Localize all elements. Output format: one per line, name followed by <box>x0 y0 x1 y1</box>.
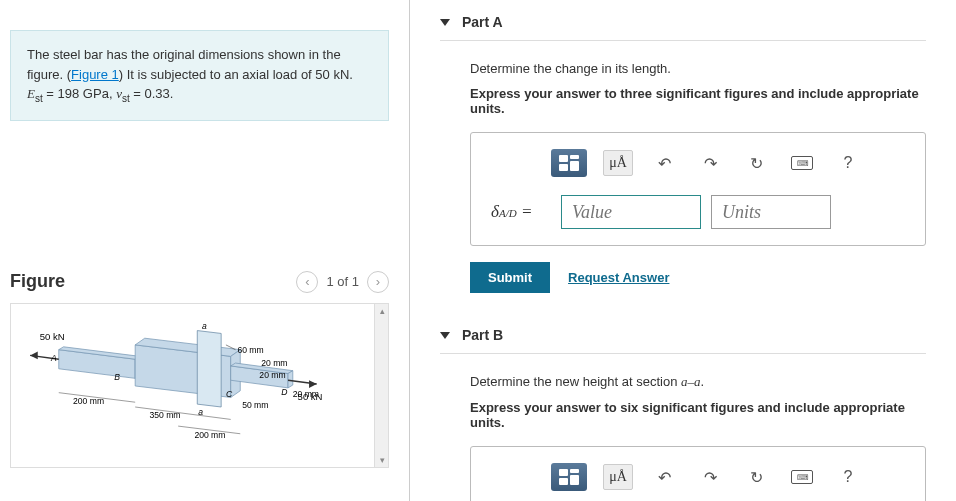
part-a-submit-row: Submit Request Answer <box>470 262 926 293</box>
figure-header: Figure ‹ 1 of 1 › <box>10 271 389 293</box>
fig-dim-50: 50 mm <box>242 400 268 410</box>
part-a-header[interactable]: Part A <box>440 0 926 41</box>
svg-rect-25 <box>559 478 568 485</box>
load-value: 50 kN. <box>315 67 353 82</box>
redo-button[interactable]: ↷ <box>695 150 725 176</box>
pager-prev-button[interactable]: ‹ <box>296 271 318 293</box>
figure-diagram: 50 kN 50 kN A B C D a a 200 mm 350 mm 20… <box>11 304 374 467</box>
request-answer-link[interactable]: Request Answer <box>568 270 669 285</box>
keyboard-button[interactable]: ⌨ <box>787 150 817 176</box>
fig-pt-d: D <box>281 386 287 396</box>
part-b-toolbar: μÅ ↶ ↷ ↻ ⌨ ? <box>491 463 905 491</box>
part-a-body: Determine the change in its length. Expr… <box>440 41 926 313</box>
undo-button[interactable]: ↶ <box>649 464 679 490</box>
value-input[interactable] <box>561 195 701 229</box>
svg-rect-19 <box>570 155 579 159</box>
e-value: 198 GPa <box>58 86 109 101</box>
svg-marker-9 <box>288 370 293 387</box>
svg-rect-23 <box>570 469 579 473</box>
svg-rect-24 <box>570 475 579 485</box>
svg-rect-22 <box>559 469 568 476</box>
scroll-down-icon[interactable]: ▾ <box>375 453 389 467</box>
part-a-instruction: Express your answer to three significant… <box>470 86 926 116</box>
part-b-question: Determine the new height at section a–a. <box>470 374 926 390</box>
keyboard-icon: ⌨ <box>791 156 813 170</box>
part-a-answer-box: μÅ ↶ ↷ ↻ ⌨ ? δA/D = <box>470 132 926 246</box>
svg-marker-6 <box>197 330 221 406</box>
templates-button[interactable] <box>551 463 587 491</box>
svg-rect-20 <box>570 161 579 171</box>
special-chars-button[interactable]: μÅ <box>603 464 633 490</box>
part-b-title: Part B <box>462 327 503 343</box>
fig-dim-200-bottom: 200 mm <box>194 429 225 439</box>
reset-button[interactable]: ↻ <box>741 150 771 176</box>
templates-button[interactable] <box>551 149 587 177</box>
fig-pt-c: C <box>226 389 233 399</box>
figure-link[interactable]: Figure 1 <box>71 67 119 82</box>
fig-pt-a: A <box>50 353 57 363</box>
submit-button[interactable]: Submit <box>470 262 550 293</box>
keyboard-button[interactable]: ⌨ <box>787 464 817 490</box>
collapse-icon[interactable] <box>440 19 450 26</box>
part-b-instruction: Express your answer to six significant f… <box>470 400 926 430</box>
problem-statement: The steel bar has the original dimension… <box>10 30 389 121</box>
keyboard-icon: ⌨ <box>791 470 813 484</box>
redo-button[interactable]: ↷ <box>695 464 725 490</box>
help-button[interactable]: ? <box>833 150 863 176</box>
fig-sec-a1: a <box>202 320 207 330</box>
svg-rect-21 <box>559 164 568 171</box>
fig-dim-60: 60 mm <box>237 344 263 354</box>
part-a-answer-label: δA/D = <box>491 202 551 222</box>
svg-marker-11 <box>30 351 38 359</box>
fig-dim-20-3: 20 mm <box>293 389 319 399</box>
right-panel: Part A Determine the change in its lengt… <box>410 0 956 501</box>
fig-dim-20-2: 20 mm <box>259 370 285 380</box>
nu-value: 0.33 <box>145 86 170 101</box>
nu-var: νst <box>116 86 130 101</box>
part-a-question: Determine the change in its length. <box>470 61 926 76</box>
svg-rect-18 <box>559 155 568 162</box>
units-input[interactable] <box>711 195 831 229</box>
problem-text-2: ) It is subjected to an axial load of <box>119 67 312 82</box>
pager-next-button[interactable]: › <box>367 271 389 293</box>
help-button[interactable]: ? <box>833 464 863 490</box>
part-a-answer-row: δA/D = <box>491 195 905 229</box>
scroll-up-icon[interactable]: ▴ <box>375 304 389 318</box>
fig-dim-20-1: 20 mm <box>261 358 287 368</box>
part-a-title: Part A <box>462 14 503 30</box>
svg-marker-13 <box>309 380 317 388</box>
part-a-toolbar: μÅ ↶ ↷ ↻ ⌨ ? <box>491 149 905 177</box>
fig-dim-350: 350 mm <box>150 410 181 420</box>
left-panel: The steel bar has the original dimension… <box>0 0 410 501</box>
e-var: Est <box>27 86 43 101</box>
reset-button[interactable]: ↻ <box>741 464 771 490</box>
fig-force-left: 50 kN <box>40 331 65 342</box>
figure-area: 50 kN 50 kN A B C D a a 200 mm 350 mm 20… <box>10 303 389 468</box>
fig-pt-b: B <box>114 372 120 382</box>
undo-button[interactable]: ↶ <box>649 150 679 176</box>
figure-pager: ‹ 1 of 1 › <box>296 271 389 293</box>
special-chars-button[interactable]: μÅ <box>603 150 633 176</box>
part-b-body: Determine the new height at section a–a.… <box>440 354 926 501</box>
collapse-icon[interactable] <box>440 332 450 339</box>
part-b-answer-box: μÅ ↶ ↷ ↻ ⌨ ? <box>470 446 926 501</box>
part-b-header[interactable]: Part B <box>440 313 926 354</box>
figure-scrollbar[interactable]: ▴ ▾ <box>374 304 388 467</box>
pager-text: 1 of 1 <box>326 274 359 289</box>
figure-title: Figure <box>10 271 65 292</box>
